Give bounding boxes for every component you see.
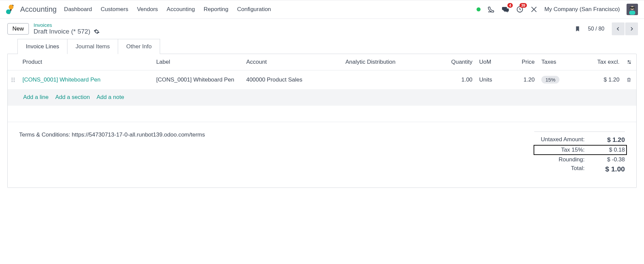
untaxed-label: Untaxed Amount: (541, 136, 585, 144)
svg-point-14 (12, 80, 13, 81)
tax-label: Tax 15%: (541, 147, 585, 153)
rounding-label: Rounding: (541, 156, 585, 163)
app-title[interactable]: Accounting (20, 5, 57, 14)
svg-point-11 (630, 62, 631, 63)
col-account[interactable]: Account (243, 54, 342, 70)
total-label: Total: (541, 165, 585, 173)
svg-point-10 (628, 61, 629, 62)
nav-accounting[interactable]: Accounting (167, 6, 195, 13)
add-row: Add a line Add a section Add a note (8, 89, 636, 106)
breadcrumb-parent[interactable]: Invoices (34, 22, 100, 28)
col-analytic[interactable]: Analytic Distribution (342, 54, 432, 70)
cell-quantity[interactable]: 1.00 (432, 70, 476, 90)
app-logo[interactable] (6, 5, 15, 14)
svg-point-13 (14, 78, 15, 79)
svg-rect-6 (629, 11, 635, 15)
nav-configuration[interactable]: Configuration (237, 6, 271, 13)
invoice-lines-table: Product Label Account Analytic Distribut… (8, 54, 636, 122)
cell-uom[interactable]: Units (476, 70, 507, 90)
messages-icon[interactable]: 4 (501, 6, 509, 13)
nav-vendors[interactable]: Vendors (137, 6, 158, 13)
pager-prev-button[interactable] (612, 22, 625, 35)
rounding-value: $ -0.38 (595, 156, 625, 163)
phone-icon[interactable] (487, 6, 495, 13)
nav-menu: Dashboard Customers Vendors Accounting R… (64, 6, 271, 13)
svg-point-1 (490, 12, 490, 12)
svg-point-15 (14, 80, 15, 81)
svg-point-16 (12, 81, 13, 82)
page-title: Draft Invoice (* 572) (34, 28, 90, 35)
cell-tax-excl: $ 1.20 (577, 70, 623, 90)
tab-invoice-lines[interactable]: Invoice Lines (17, 39, 67, 54)
table-row[interactable]: [CONS_0001] Whiteboard Pen [CONS_0001] W… (8, 70, 636, 90)
add-line-link[interactable]: Add a line (23, 94, 49, 101)
pager-text[interactable]: 50 / 80 (588, 26, 604, 32)
tab-other-info[interactable]: Other Info (118, 39, 160, 54)
col-label[interactable]: Label (153, 54, 243, 70)
new-button[interactable]: New (7, 23, 29, 35)
cell-analytic[interactable] (342, 70, 432, 90)
tools-icon[interactable] (530, 6, 538, 13)
col-taxes[interactable]: Taxes (538, 54, 577, 70)
control-bar: New Invoices Draft Invoice (* 572) 50 / … (0, 19, 644, 39)
pager-next-button[interactable] (625, 22, 638, 35)
nav-dashboard[interactable]: Dashboard (64, 6, 92, 13)
cell-label[interactable]: [CONS_0001] Whiteboard Pen (153, 70, 243, 90)
gear-icon[interactable] (94, 29, 100, 35)
total-value: $ 1.00 (595, 165, 625, 173)
add-section-link[interactable]: Add a section (55, 94, 90, 101)
cell-product[interactable]: [CONS_0001] Whiteboard Pen (22, 76, 100, 83)
bookmark-icon[interactable] (575, 25, 581, 33)
col-tax-excl[interactable]: Tax excl. (577, 54, 623, 70)
col-uom[interactable]: UoM (476, 54, 507, 70)
cell-price[interactable]: 1.20 (507, 70, 538, 90)
svg-point-17 (14, 81, 15, 82)
nav-reporting[interactable]: Reporting (204, 6, 229, 13)
totals-block: Untaxed Amount: $ 1.20 Tax 15%: $ 0.18 R… (534, 131, 625, 174)
terms-text[interactable]: Terms & Conditions: https://54730713-17-… (19, 131, 205, 138)
cell-account[interactable]: 400000 Product Sales (243, 70, 342, 90)
nav-customers[interactable]: Customers (101, 6, 128, 13)
top-nav: Accounting Dashboard Customers Vendors A… (0, 0, 644, 19)
notebook-tabs: Invoice Lines Journal Items Other Info (17, 39, 637, 54)
activities-badge: 39 (519, 3, 527, 8)
untaxed-value: $ 1.20 (595, 136, 625, 144)
add-note-link[interactable]: Add a note (97, 94, 124, 101)
messages-badge: 4 (507, 3, 513, 8)
tab-journal-items[interactable]: Journal Items (67, 39, 118, 54)
form-sheet: Invoice Lines Journal Items Other Info P… (7, 39, 637, 188)
presence-indicator-icon (477, 7, 481, 11)
svg-point-12 (12, 78, 13, 79)
col-product[interactable]: Product (19, 54, 153, 70)
svg-point-2 (491, 12, 491, 12)
tax-chip[interactable]: 15% (541, 76, 559, 84)
svg-point-0 (489, 12, 489, 12)
col-price[interactable]: Price (507, 54, 538, 70)
user-avatar[interactable] (627, 4, 638, 15)
activities-icon[interactable]: 39 (516, 6, 524, 13)
col-quantity[interactable]: Quantity (432, 54, 476, 70)
drag-handle-icon[interactable] (8, 70, 19, 90)
company-selector[interactable]: My Company (San Francisco) (544, 6, 620, 13)
delete-row-icon[interactable] (623, 70, 636, 90)
tax-value: $ 0.18 (595, 147, 625, 153)
adjust-columns-icon[interactable] (626, 60, 633, 64)
